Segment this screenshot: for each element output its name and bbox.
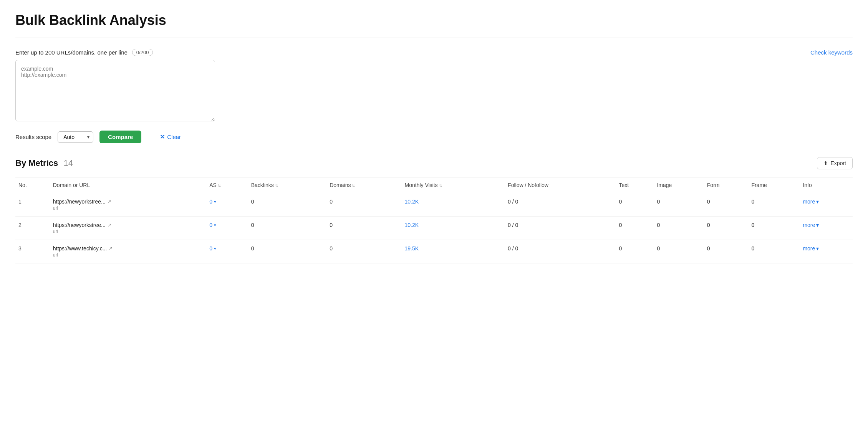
cell-backlinks: 0 <box>248 240 327 263</box>
more-chevron-icon: ▾ <box>816 245 819 252</box>
cell-domain: https://newyorkstree... ↗ url <box>50 217 206 240</box>
cell-no: 2 <box>15 217 50 240</box>
cell-frame: 0 <box>748 193 800 217</box>
export-icon: ⬆ <box>823 160 828 166</box>
url-count-badge: 0/200 <box>132 49 153 56</box>
cell-form: 0 <box>704 217 749 240</box>
cell-text: 0 <box>616 217 654 240</box>
scope-wrapper: Auto Domain URL <box>58 131 93 143</box>
external-link-icon[interactable]: ↗ <box>109 246 113 251</box>
cell-as: 0 ▾ <box>206 217 248 240</box>
table-row: 2 https://newyorkstree... ↗ url 0 ▾ 0 0 … <box>15 217 853 240</box>
cell-form: 0 <box>704 193 749 217</box>
cell-monthly-visits: 19.5K <box>402 240 505 263</box>
cell-info: more ▾ <box>800 240 853 263</box>
col-frame: Frame <box>748 177 800 193</box>
sort-as-icon: ⇅ <box>218 184 221 188</box>
cell-image: 0 <box>654 217 704 240</box>
title-divider <box>15 38 853 38</box>
more-chevron-icon: ▾ <box>816 222 819 228</box>
cell-info: more ▾ <box>800 217 853 240</box>
input-header: Enter up to 200 URLs/domains, one per li… <box>15 49 853 56</box>
cell-no: 3 <box>15 240 50 263</box>
domain-type: url <box>53 205 203 211</box>
cell-frame: 0 <box>748 217 800 240</box>
more-link[interactable]: more ▾ <box>803 222 850 228</box>
cell-backlinks: 0 <box>248 217 327 240</box>
clear-button[interactable]: ✕ Clear <box>160 133 181 141</box>
cell-image: 0 <box>654 193 704 217</box>
col-domain: Domain or URL <box>50 177 206 193</box>
cell-as: 0 ▾ <box>206 193 248 217</box>
cell-domain: https://www.techicy.c... ↗ url <box>50 240 206 263</box>
table-header-row: No. Domain or URL AS⇅ Backlinks⇅ Domains… <box>15 177 853 193</box>
url-input[interactable] <box>15 60 215 121</box>
domain-url: https://newyorkstree... <box>53 222 106 228</box>
col-monthly-visits[interactable]: Monthly Visits⇅ <box>402 177 505 193</box>
by-metrics-header: By Metrics 14 ⬆ Export <box>15 157 853 169</box>
scope-select[interactable]: Auto Domain URL <box>58 131 93 143</box>
col-follow-nofollow: Follow / Nofollow <box>505 177 616 193</box>
input-label: Enter up to 200 URLs/domains, one per li… <box>15 49 128 56</box>
cell-text: 0 <box>616 193 654 217</box>
page-title: Bulk Backlink Analysis <box>15 12 853 28</box>
cell-monthly-visits: 10.2K <box>402 193 505 217</box>
col-info: Info <box>800 177 853 193</box>
export-label: Export <box>831 160 846 166</box>
cell-domains: 0 <box>326 193 401 217</box>
controls-row: Results scope Auto Domain URL Compare ✕ … <box>15 131 853 143</box>
as-chevron-icon: ▾ <box>214 199 216 204</box>
external-link-icon[interactable]: ↗ <box>108 199 111 204</box>
domain-type: url <box>53 229 203 234</box>
clear-label: Clear <box>167 134 181 140</box>
cell-image: 0 <box>654 240 704 263</box>
cell-form: 0 <box>704 240 749 263</box>
table-row: 1 https://newyorkstree... ↗ url 0 ▾ 0 0 … <box>15 193 853 217</box>
table-row: 3 https://www.techicy.c... ↗ url 0 ▾ 0 0… <box>15 240 853 263</box>
external-link-icon[interactable]: ↗ <box>108 222 111 228</box>
cell-monthly-visits: 10.2K <box>402 217 505 240</box>
cell-follow-nofollow: 0 / 0 <box>505 217 616 240</box>
more-link[interactable]: more ▾ <box>803 245 850 252</box>
col-domains[interactable]: Domains⇅ <box>326 177 401 193</box>
cell-domain: https://newyorkstree... ↗ url <box>50 193 206 217</box>
as-value[interactable]: 0 <box>209 199 212 205</box>
export-button[interactable]: ⬆ Export <box>817 157 853 169</box>
check-keywords-link[interactable]: Check keywords <box>810 49 853 56</box>
cell-domains: 0 <box>326 217 401 240</box>
cell-no: 1 <box>15 193 50 217</box>
col-backlinks[interactable]: Backlinks⇅ <box>248 177 327 193</box>
col-as[interactable]: AS⇅ <box>206 177 248 193</box>
col-form: Form <box>704 177 749 193</box>
cell-as: 0 ▾ <box>206 240 248 263</box>
col-image: Image <box>654 177 704 193</box>
as-value[interactable]: 0 <box>209 245 212 252</box>
col-no: No. <box>15 177 50 193</box>
cell-info: more ▾ <box>800 193 853 217</box>
cell-text: 0 <box>616 240 654 263</box>
as-chevron-icon: ▾ <box>214 246 216 251</box>
cell-follow-nofollow: 0 / 0 <box>505 240 616 263</box>
input-section: Enter up to 200 URLs/domains, one per li… <box>15 49 853 121</box>
cell-frame: 0 <box>748 240 800 263</box>
results-scope-label: Results scope <box>15 134 51 140</box>
cell-domains: 0 <box>326 240 401 263</box>
cell-backlinks: 0 <box>248 193 327 217</box>
by-metrics-count: 14 <box>63 158 73 168</box>
as-value[interactable]: 0 <box>209 222 212 228</box>
domain-url: https://www.techicy.c... <box>53 245 107 252</box>
as-chevron-icon: ▾ <box>214 223 216 228</box>
by-metrics-title: By Metrics <box>15 158 58 168</box>
cell-follow-nofollow: 0 / 0 <box>505 193 616 217</box>
col-text: Text <box>616 177 654 193</box>
domain-url: https://newyorkstree... <box>53 199 106 205</box>
domain-type: url <box>53 252 203 258</box>
more-link[interactable]: more ▾ <box>803 199 850 205</box>
sort-backlinks-icon: ⇅ <box>275 184 278 188</box>
metrics-table: No. Domain or URL AS⇅ Backlinks⇅ Domains… <box>15 177 853 263</box>
more-chevron-icon: ▾ <box>816 199 819 205</box>
clear-x-icon: ✕ <box>160 133 165 141</box>
compare-button[interactable]: Compare <box>99 131 141 143</box>
sort-visits-icon: ⇅ <box>439 184 442 188</box>
sort-domains-icon: ⇅ <box>352 184 355 188</box>
